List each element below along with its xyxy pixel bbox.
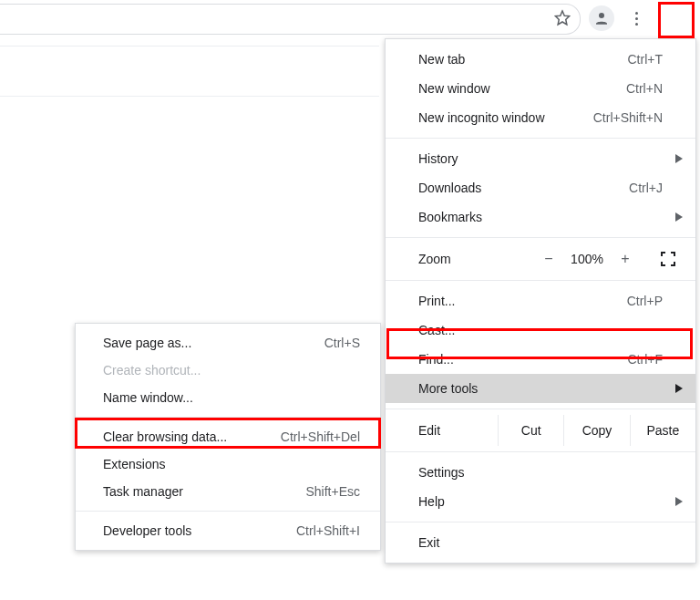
- submenu-label: Create shortcut...: [103, 363, 201, 378]
- menu-shortcut: Ctrl+N: [626, 74, 663, 103]
- menu-item-exit[interactable]: Exit: [386, 528, 695, 557]
- page-header-strip: [0, 46, 379, 97]
- menu-separator: [386, 451, 695, 452]
- svg-marker-5: [675, 497, 683, 506]
- menu-label: Print...: [418, 294, 455, 308]
- submenu-label: Task manager: [103, 484, 183, 499]
- menu-label: New incognito window: [418, 110, 545, 125]
- menu-separator: [386, 409, 695, 409]
- submenu-item-clear-browsing-data[interactable]: Clear browsing data... Ctrl+Shift+Del: [76, 423, 380, 450]
- main-menu: New tab Ctrl+T New window Ctrl+N New inc…: [385, 38, 696, 564]
- edit-cut-button[interactable]: Cut: [499, 415, 564, 446]
- submenu-item-create-shortcut: Create shortcut...: [76, 357, 380, 384]
- menu-shortcut: Ctrl+Shift+N: [593, 103, 663, 132]
- zoom-value: 100%: [562, 252, 612, 266]
- submenu-arrow-icon: [675, 212, 683, 222]
- menu-separator: [386, 522, 695, 522]
- edit-copy-button[interactable]: Copy: [564, 415, 630, 446]
- bookmark-star-icon[interactable]: [554, 10, 571, 29]
- menu-label: Bookmarks: [418, 210, 482, 224]
- submenu-separator: [76, 417, 380, 418]
- zoom-in-button[interactable]: +: [612, 251, 639, 267]
- menu-shortcut: Ctrl+F: [628, 345, 664, 374]
- more-tools-submenu: Save page as... Ctrl+S Create shortcut..…: [75, 323, 381, 551]
- svg-point-1: [599, 13, 604, 18]
- submenu-shortcut: Ctrl+S: [324, 329, 360, 357]
- menu-item-find[interactable]: Find... Ctrl+F: [386, 345, 695, 374]
- submenu-shortcut: Ctrl+Shift+Del: [281, 423, 360, 450]
- menu-label: History: [418, 151, 458, 166]
- menu-item-incognito[interactable]: New incognito window Ctrl+Shift+N: [386, 103, 695, 132]
- edit-paste-button[interactable]: Paste: [631, 415, 695, 446]
- submenu-shortcut: Ctrl+Shift+I: [296, 517, 360, 544]
- menu-separator: [386, 237, 695, 238]
- menu-item-more-tools[interactable]: More tools: [386, 374, 695, 403]
- fullscreen-button[interactable]: [654, 248, 683, 270]
- menu-label: Help: [418, 494, 445, 509]
- kebab-icon: [635, 12, 638, 26]
- submenu-arrow-icon: [675, 384, 683, 393]
- svg-marker-3: [675, 212, 683, 222]
- menu-item-downloads[interactable]: Downloads Ctrl+J: [386, 173, 695, 202]
- menu-item-edit: Edit Cut Copy Paste: [386, 415, 695, 446]
- submenu-label: Developer tools: [103, 523, 191, 538]
- menu-label: More tools: [418, 381, 478, 396]
- submenu-item-save-page[interactable]: Save page as... Ctrl+S: [76, 329, 380, 357]
- svg-marker-4: [675, 384, 683, 393]
- menu-label: Downloads: [418, 181, 481, 195]
- submenu-arrow-icon: [675, 154, 683, 163]
- browser-toolbar: [0, 0, 700, 36]
- menu-item-print[interactable]: Print... Ctrl+P: [386, 286, 695, 316]
- zoom-label: Zoom: [418, 252, 451, 266]
- more-menu-button[interactable]: [623, 5, 649, 31]
- edit-label: Edit: [386, 415, 499, 446]
- menu-item-history[interactable]: History: [386, 144, 695, 173]
- submenu-label: Name window...: [103, 390, 193, 405]
- address-bar[interactable]: [0, 4, 581, 35]
- menu-label: Cast...: [418, 323, 455, 337]
- submenu-item-developer-tools[interactable]: Developer tools Ctrl+Shift+I: [76, 517, 380, 544]
- zoom-out-button[interactable]: −: [535, 251, 562, 267]
- menu-item-zoom: Zoom − 100% +: [386, 243, 695, 274]
- submenu-item-name-window[interactable]: Name window...: [76, 384, 380, 411]
- submenu-arrow-icon: [675, 497, 683, 506]
- menu-item-new-tab[interactable]: New tab Ctrl+T: [386, 45, 695, 74]
- menu-shortcut: Ctrl+P: [627, 286, 663, 316]
- menu-shortcut: Ctrl+T: [628, 45, 664, 74]
- submenu-label: Extensions: [103, 457, 165, 471]
- submenu-item-task-manager[interactable]: Task manager Shift+Esc: [76, 478, 380, 505]
- svg-marker-2: [675, 154, 683, 163]
- submenu-label: Clear browsing data...: [103, 429, 227, 444]
- menu-shortcut: Ctrl+J: [629, 173, 663, 202]
- submenu-item-extensions[interactable]: Extensions: [76, 450, 380, 478]
- menu-item-settings[interactable]: Settings: [386, 458, 695, 487]
- menu-item-help[interactable]: Help: [386, 487, 695, 516]
- menu-label: Exit: [418, 535, 439, 550]
- menu-label: Settings: [418, 465, 465, 480]
- submenu-separator: [76, 511, 380, 512]
- submenu-label: Save page as...: [103, 336, 191, 350]
- menu-label: New tab: [418, 52, 465, 67]
- menu-separator: [386, 280, 695, 281]
- menu-item-cast[interactable]: Cast...: [386, 316, 695, 345]
- submenu-shortcut: Shift+Esc: [305, 478, 360, 505]
- menu-item-bookmarks[interactable]: Bookmarks: [386, 202, 695, 232]
- menu-item-new-window[interactable]: New window Ctrl+N: [386, 74, 695, 103]
- menu-label: Find...: [418, 352, 454, 367]
- menu-label: New window: [418, 81, 490, 96]
- menu-separator: [386, 138, 695, 139]
- svg-marker-0: [556, 11, 570, 25]
- account-icon[interactable]: [589, 5, 614, 31]
